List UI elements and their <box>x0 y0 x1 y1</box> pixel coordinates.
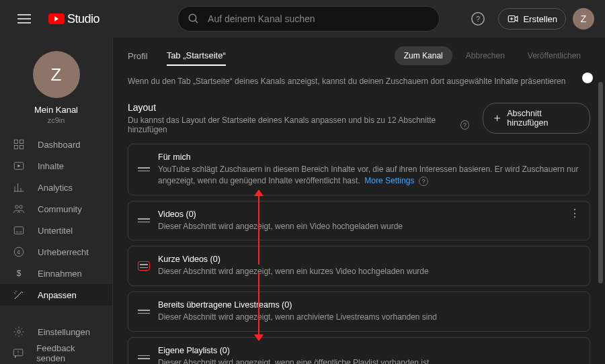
community-icon <box>12 203 26 215</box>
dollar-icon: $ <box>12 267 26 279</box>
toggle-knob[interactable] <box>582 73 593 83</box>
sidebar-item-settings[interactable]: Einstellungen <box>0 321 112 343</box>
copyright-icon: c <box>12 246 26 258</box>
svg-point-10 <box>19 206 23 209</box>
drag-handle-icon[interactable] <box>138 261 150 271</box>
logo[interactable]: Studio <box>48 12 99 26</box>
tab-description: Wenn du den Tab „Startseite“ deines Kana… <box>128 77 590 86</box>
avatar[interactable]: Z <box>573 8 594 30</box>
content-icon <box>12 160 26 172</box>
drag-handle-icon[interactable] <box>138 353 150 362</box>
sidebar-item-feedback[interactable]: Feedback senden <box>0 343 112 364</box>
feedback-icon <box>12 347 24 359</box>
hamburger-icon[interactable] <box>11 5 38 32</box>
scrollbar[interactable] <box>598 42 603 360</box>
search-box[interactable] <box>177 6 440 32</box>
to-channel-button[interactable]: Zum Kanal <box>395 46 452 65</box>
channel-avatar[interactable]: Z <box>33 51 80 98</box>
svg-point-0 <box>189 14 196 21</box>
sidebar-item-subtitles[interactable]: Untertitel <box>0 220 112 241</box>
youtube-icon <box>48 13 65 24</box>
drag-handle-icon[interactable] <box>138 216 150 225</box>
channel-block: Z Mein Kanal zc9in <box>0 43 112 134</box>
analytics-icon <box>12 181 26 193</box>
topbar: Studio ? Erstellen Z <box>0 0 605 38</box>
kebab-icon[interactable]: ⋮ <box>569 211 580 216</box>
add-section-button[interactable]: Abschnitt hinzufügen <box>483 103 590 134</box>
layout-title: Layout <box>128 102 469 113</box>
svg-rect-4 <box>14 140 17 143</box>
svg-text:?: ? <box>476 15 480 23</box>
section-card: Für mich YouTube schlägt Zuschauern in d… <box>128 144 590 195</box>
create-button[interactable]: Erstellen <box>498 8 566 30</box>
dashboard-icon <box>12 138 26 150</box>
search-input[interactable] <box>208 13 430 24</box>
tab-home[interactable]: Tab „Startseite“ <box>167 46 226 66</box>
subtitles-icon <box>12 224 26 236</box>
channel-name: Mein Kanal <box>34 105 78 115</box>
search-icon <box>188 13 200 25</box>
sidebar-item-community[interactable]: Community <box>0 198 112 220</box>
section-card: Bereits übertragene Livestreams (0) Dies… <box>128 291 590 332</box>
sidebar-item-copyright[interactable]: cUrheberrecht <box>0 241 112 263</box>
svg-rect-11 <box>14 227 24 234</box>
tab-profile[interactable]: Profil <box>128 47 148 65</box>
main: Profil Tab „Startseite“ Zum Kanal Abbrec… <box>113 38 605 364</box>
channel-handle: zc9in <box>48 116 65 124</box>
sidebar-item-dashboard[interactable]: Dashboard <box>0 134 112 155</box>
section-card: ⋮ Videos (0) Dieser Abschnitt wird angez… <box>128 201 590 241</box>
sidebar: Z Mein Kanal zc9in Dashboard Inhalte Ana… <box>0 38 113 364</box>
svg-rect-5 <box>20 140 24 143</box>
section-card: Kurze Videos (0) Dieser Abschnitt wird a… <box>128 246 590 286</box>
svg-point-9 <box>15 206 19 209</box>
cancel-button[interactable]: Abbrechen <box>456 46 514 65</box>
svg-rect-7 <box>20 146 24 149</box>
svg-text:c: c <box>17 249 20 255</box>
help-icon[interactable]: ? <box>460 120 469 130</box>
plus-icon <box>493 113 501 123</box>
scrollbar-thumb[interactable] <box>598 82 603 283</box>
sidebar-item-customization[interactable]: Anpassen <box>0 284 112 306</box>
publish-button[interactable]: Veröffentlichen <box>518 46 590 65</box>
create-icon <box>507 13 519 25</box>
svg-point-15 <box>17 330 21 334</box>
drag-handle-icon[interactable] <box>138 307 150 316</box>
section-list: Für mich YouTube schlägt Zuschauern in d… <box>128 144 590 364</box>
tabs: Profil Tab „Startseite“ Zum Kanal Abbrec… <box>128 38 590 74</box>
help-icon[interactable]: ? <box>465 5 491 32</box>
sidebar-item-analytics[interactable]: Analytics <box>0 177 112 198</box>
wand-icon <box>12 289 26 301</box>
gear-icon <box>12 326 26 338</box>
svg-text:$: $ <box>17 269 22 278</box>
section-card: Eigene Playlists (0) Dieser Abschnitt wi… <box>128 337 590 364</box>
drag-handle-icon[interactable] <box>138 165 150 174</box>
sidebar-item-monetization[interactable]: $Einnahmen <box>0 263 112 284</box>
logo-text: Studio <box>67 12 99 26</box>
svg-rect-6 <box>14 146 17 149</box>
help-icon[interactable]: ? <box>419 177 428 186</box>
layout-subtitle: Du kannst das Layout der Startseite dein… <box>128 116 469 134</box>
sidebar-item-content[interactable]: Inhalte <box>0 155 112 177</box>
create-button-label: Erstellen <box>523 14 557 24</box>
more-settings-link[interactable]: More Settings <box>364 176 414 185</box>
